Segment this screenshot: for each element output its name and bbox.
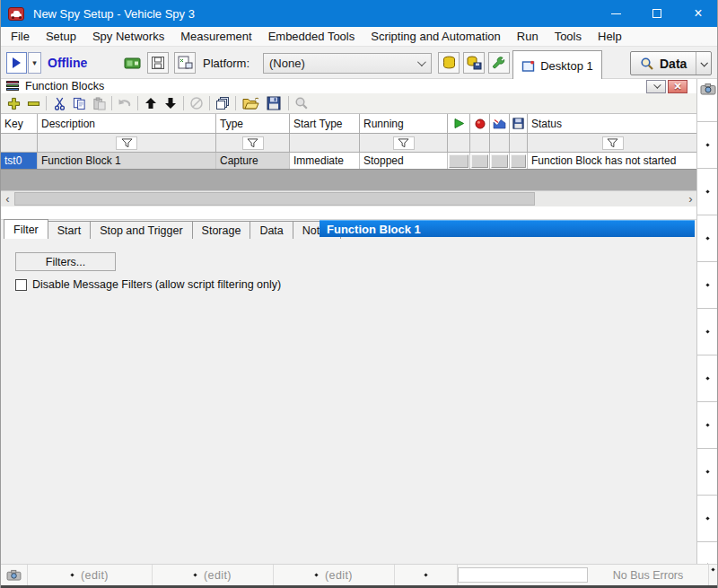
filter-funnel-button[interactable]	[393, 136, 415, 150]
menu-item-tools[interactable]: Tools	[547, 27, 590, 46]
platform-database-button[interactable]	[438, 52, 460, 74]
statusbar-edit-slot-2[interactable]: (edit)	[153, 565, 274, 585]
column-header-start-type[interactable]: Start Type	[290, 114, 360, 133]
cell-key[interactable]: tst0	[1, 153, 38, 169]
menu-item-file[interactable]: File	[3, 27, 38, 46]
cell-running[interactable]: Stopped	[360, 153, 448, 169]
cell-start-type[interactable]: Immediate	[290, 153, 360, 169]
add-block-button[interactable]	[4, 94, 23, 112]
filters-button[interactable]: Filters...	[15, 252, 116, 271]
column-header-record-all[interactable]	[470, 114, 490, 133]
data-button-dropdown[interactable]	[696, 52, 711, 75]
column-header-graph[interactable]	[490, 114, 510, 133]
scroll-left-arrow[interactable]: ‹	[1, 191, 14, 206]
dock-handle[interactable]	[697, 215, 718, 262]
panel-collapse-button[interactable]	[646, 80, 666, 93]
dock-handle[interactable]	[697, 449, 718, 496]
zoom-button[interactable]	[292, 94, 311, 112]
panel-title: Function Blocks	[25, 80, 104, 92]
tab-stop-and-trigger[interactable]: Stop and Trigger	[90, 221, 192, 239]
menu-item-run[interactable]: Run	[509, 27, 547, 46]
scroll-right-arrow[interactable]: ›	[684, 191, 697, 206]
tab-storage[interactable]: Storage	[192, 221, 251, 239]
disable-button[interactable]	[187, 94, 206, 112]
menu-item-scripting[interactable]: Scripting and Automation	[363, 27, 509, 46]
cell-start-button[interactable]	[448, 153, 470, 169]
undo-button[interactable]	[115, 94, 135, 112]
cascade-windows-button[interactable]	[213, 94, 232, 112]
vehicle-spy-window: New Spy Setup - Vehicle Spy 3 × File Set…	[0, 0, 718, 588]
column-header-key[interactable]: Key	[1, 114, 38, 133]
maximize-button[interactable]	[636, 0, 678, 27]
menu-item-embedded-tools[interactable]: Embedded Tools	[260, 27, 363, 46]
move-down-button[interactable]	[161, 94, 180, 112]
dock-handle[interactable]	[697, 309, 718, 355]
open-button[interactable]	[239, 94, 262, 112]
go-online-dropdown[interactable]: ▾	[28, 52, 41, 74]
neovi-hardware-button[interactable]	[121, 52, 143, 74]
panel-close-button[interactable]: ✕	[668, 80, 687, 93]
filter-funnel-button[interactable]	[242, 136, 264, 150]
save-button[interactable]	[262, 94, 285, 112]
statusbar-edit-slot-1[interactable]: (edit)	[28, 565, 153, 585]
close-button[interactable]: ×	[678, 0, 718, 27]
desktop-1-tab[interactable]: Desktop 1	[512, 50, 602, 80]
table-row[interactable]: tst0 Function Block 1 Capture Immediate …	[1, 153, 697, 170]
paste-button[interactable]	[89, 94, 109, 112]
filter-funnel-button[interactable]	[602, 136, 624, 150]
remove-block-button[interactable]	[23, 94, 43, 112]
scrollbar-thumb[interactable]	[14, 192, 535, 206]
logger-button[interactable]	[174, 52, 196, 74]
go-online-button[interactable]	[6, 52, 27, 74]
dock-handle[interactable]	[697, 122, 718, 169]
cut-button[interactable]	[49, 94, 69, 112]
menu-item-setup[interactable]: Setup	[38, 27, 84, 46]
cell-description[interactable]: Function Block 1	[38, 153, 216, 169]
save-icon	[267, 96, 281, 110]
move-up-button[interactable]	[141, 94, 161, 112]
column-header-running[interactable]: Running	[360, 114, 448, 133]
tab-data[interactable]: Data	[250, 221, 293, 239]
column-header-save[interactable]	[510, 114, 528, 133]
no-symbol-icon	[189, 96, 204, 110]
tab-filter[interactable]: Filter	[4, 219, 48, 239]
data-button[interactable]: Data	[630, 51, 712, 75]
cell-graph-button[interactable]	[490, 153, 510, 169]
dock-handle[interactable]	[697, 402, 718, 449]
column-header-description[interactable]: Description	[38, 114, 216, 133]
menu-item-help[interactable]: Help	[590, 27, 630, 46]
column-header-status[interactable]: Status	[528, 114, 697, 133]
grid-filter-row	[1, 134, 697, 153]
copy-button[interactable]	[69, 94, 89, 112]
menu-item-spy-networks[interactable]: Spy Networks	[84, 27, 172, 46]
platform-combobox[interactable]: (None)	[263, 53, 432, 74]
chevron-down-icon	[653, 81, 661, 88]
dock-handle[interactable]	[697, 496, 718, 542]
statusbar-screenshot-button[interactable]	[1, 565, 28, 585]
menu-item-measurement[interactable]: Measurement	[172, 27, 259, 46]
screenshot-button[interactable]	[697, 79, 718, 99]
dock-handle[interactable]	[697, 169, 718, 215]
tab-start[interactable]: Start	[48, 221, 91, 239]
cell-type[interactable]: Capture	[216, 153, 290, 169]
filter-cell-icon	[448, 134, 470, 152]
column-header-start-all[interactable]	[448, 114, 470, 133]
dock-handle[interactable]	[697, 355, 718, 402]
filter-funnel-button[interactable]	[116, 136, 137, 150]
column-header-type[interactable]: Type	[216, 114, 290, 133]
dock-strip	[696, 79, 718, 564]
disable-filters-checkbox[interactable]	[15, 279, 27, 291]
filter-cell-key	[1, 134, 38, 152]
cell-record-button[interactable]	[470, 153, 490, 169]
save-setup-button[interactable]	[147, 52, 169, 74]
filter-cell-type	[216, 134, 290, 152]
save-database-button[interactable]	[463, 52, 485, 74]
minimize-button[interactable]	[595, 0, 636, 27]
cell-save-button[interactable]	[510, 153, 528, 169]
statusbar-edit-slot-3[interactable]: (edit)	[274, 565, 395, 585]
dock-handle[interactable]	[697, 262, 718, 309]
setup-hardware-button[interactable]	[488, 52, 510, 74]
cell-status[interactable]: Function Block has not started	[528, 153, 697, 169]
horizontal-scrollbar[interactable]: ‹ ›	[1, 190, 697, 206]
statusbar-slot-4[interactable]	[395, 565, 458, 585]
